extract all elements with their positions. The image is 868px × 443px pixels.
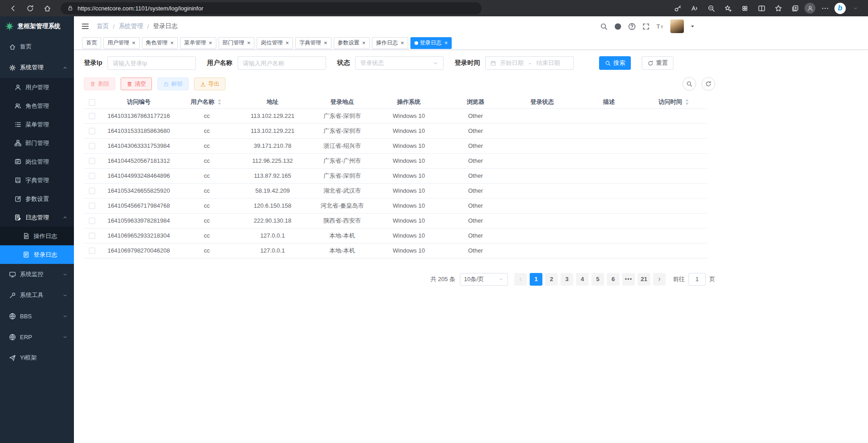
sidebar-item-user[interactable]: 用户管理 bbox=[0, 78, 74, 97]
page-button-21[interactable]: 21 bbox=[638, 273, 650, 286]
read-aloud-icon[interactable] bbox=[687, 2, 702, 15]
split-screen-icon[interactable] bbox=[754, 2, 769, 15]
sidebar-item-system[interactable]: 系统管理 bbox=[0, 57, 74, 78]
table-row[interactable]: 1641043063331753984cc39.171.210.78浙江省-绍兴… bbox=[84, 138, 707, 153]
sidebar-item-dept[interactable]: 部门管理 bbox=[0, 134, 74, 152]
tab-user[interactable]: 用户管理× bbox=[103, 37, 140, 49]
tab-param[interactable]: 参数设置× bbox=[334, 37, 370, 49]
browser-profile-avatar[interactable] bbox=[805, 3, 815, 14]
copilot-icon[interactable]: b bbox=[834, 3, 846, 14]
table-row[interactable]: 1641044520567181312cc112.96.225.132广东省-广… bbox=[84, 153, 707, 168]
sidebar-item-role[interactable]: 角色管理 bbox=[0, 97, 74, 115]
favorites-icon[interactable] bbox=[771, 2, 785, 15]
col-header-time[interactable]: 访问时间 bbox=[642, 96, 707, 108]
collapse-sidebar-icon[interactable] bbox=[80, 21, 90, 31]
sidebar-item-home[interactable]: 首页 bbox=[0, 36, 74, 57]
row-checkbox[interactable] bbox=[89, 173, 95, 179]
next-page-button[interactable] bbox=[653, 273, 666, 286]
close-icon[interactable]: × bbox=[285, 40, 289, 46]
close-icon[interactable]: × bbox=[324, 40, 327, 46]
fullscreen-icon[interactable] bbox=[642, 23, 650, 30]
breadcrumb-item[interactable]: 首页 bbox=[97, 22, 109, 30]
sidebar-item-menu[interactable]: 菜单管理 bbox=[0, 115, 74, 134]
row-checkbox[interactable] bbox=[89, 233, 95, 239]
page-button-1[interactable]: 1 bbox=[530, 273, 542, 286]
help-icon[interactable] bbox=[628, 23, 636, 30]
tab-home[interactable]: 首页 bbox=[82, 37, 101, 49]
page-size-select[interactable]: 10条/页 bbox=[460, 273, 508, 286]
close-icon[interactable]: × bbox=[400, 40, 404, 46]
export-button[interactable]: 导出 bbox=[194, 78, 225, 90]
page-button-4[interactable]: 4 bbox=[576, 273, 589, 286]
table-row[interactable]: 1641031533185863680cc113.102.129.221广东省-… bbox=[84, 123, 707, 138]
row-checkbox[interactable] bbox=[89, 203, 95, 209]
browser-menu-icon[interactable] bbox=[818, 2, 832, 15]
reset-button[interactable]: 重置 bbox=[642, 56, 673, 70]
sidebar-item-log[interactable]: 日志管理 bbox=[0, 208, 74, 227]
page-button-6[interactable]: 6 bbox=[607, 273, 619, 286]
page-button-3[interactable]: 3 bbox=[561, 273, 573, 286]
close-icon[interactable]: × bbox=[132, 40, 136, 46]
close-icon[interactable]: × bbox=[171, 40, 174, 46]
jump-input[interactable] bbox=[688, 273, 706, 286]
row-checkbox[interactable] bbox=[89, 188, 95, 194]
row-checkbox[interactable] bbox=[89, 218, 95, 224]
app-logo[interactable]: 意框架管理系统 bbox=[0, 16, 74, 36]
table-row[interactable]: 1641044993248464896cc113.87.92.165广东省-深圳… bbox=[84, 168, 707, 183]
collections-icon[interactable] bbox=[788, 2, 802, 15]
site-info-icon[interactable] bbox=[67, 5, 73, 11]
browser-essentials-icon[interactable] bbox=[737, 2, 752, 15]
font-size-icon[interactable]: TT bbox=[656, 23, 664, 30]
username-input[interactable] bbox=[238, 56, 326, 70]
row-checkbox[interactable] bbox=[89, 128, 95, 134]
tab-loginlog[interactable]: 登录日志× bbox=[410, 37, 452, 49]
user-avatar[interactable] bbox=[670, 19, 684, 33]
table-row[interactable]: 1641031367863177216cc113.102.129.221广东省-… bbox=[84, 108, 707, 123]
add-favorite-icon[interactable] bbox=[721, 2, 735, 15]
select-all-checkbox[interactable] bbox=[89, 99, 95, 106]
tab-menu[interactable]: 菜单管理× bbox=[180, 37, 216, 49]
close-icon[interactable]: × bbox=[209, 40, 212, 46]
sidebar-item-yi[interactable]: Yi框架 bbox=[0, 347, 74, 368]
github-icon[interactable] bbox=[614, 23, 622, 30]
breadcrumb-item[interactable]: 系统管理 bbox=[119, 22, 143, 30]
browser-refresh-icon[interactable] bbox=[23, 2, 37, 15]
search-button[interactable]: 搜索 bbox=[599, 56, 631, 70]
browser-home-icon[interactable] bbox=[40, 2, 54, 15]
table-row[interactable]: 1641053426655825920cc58.19.42.209湖北省-武汉市… bbox=[84, 183, 707, 198]
delete-button[interactable]: 删除 bbox=[84, 78, 115, 90]
page-button-5[interactable]: 5 bbox=[591, 273, 604, 286]
unlock-button[interactable]: 解锁 bbox=[157, 78, 189, 90]
tab-role[interactable]: 角色管理× bbox=[142, 37, 178, 49]
sidebar-item-param[interactable]: 参数设置 bbox=[0, 190, 74, 208]
page-ellipsis[interactable]: ••• bbox=[622, 273, 635, 286]
copilot-caret-icon[interactable] bbox=[848, 2, 863, 15]
row-checkbox[interactable] bbox=[89, 248, 95, 254]
avatar-caret-icon[interactable] bbox=[690, 24, 695, 29]
table-row[interactable]: 1641059633978281984cc222.90.130.18陕西省-西安… bbox=[84, 213, 707, 228]
col-header-user[interactable]: 用户名称 bbox=[177, 96, 236, 108]
sidebar-item-dict[interactable]: 字典管理 bbox=[0, 171, 74, 190]
sidebar-item-bbs[interactable]: BBS bbox=[0, 306, 74, 326]
table-row[interactable]: 1641069798270046208cc127.0.0.1本地-本机Windo… bbox=[84, 243, 707, 258]
status-select[interactable]: 登录状态 bbox=[355, 56, 444, 70]
tab-dept[interactable]: 部门管理× bbox=[219, 37, 255, 49]
table-row[interactable]: 1641069652933218304cc127.0.0.1本地-本机Windo… bbox=[84, 228, 707, 243]
sidebar-item-operlog[interactable]: 操作日志 bbox=[0, 227, 74, 245]
toggle-search-button[interactable] bbox=[683, 77, 696, 91]
sidebar-item-post[interactable]: 岗位管理 bbox=[0, 152, 74, 171]
password-icon[interactable] bbox=[670, 2, 685, 15]
sidebar-item-tools[interactable]: 系统工具 bbox=[0, 285, 74, 306]
browser-back-icon[interactable] bbox=[5, 2, 20, 15]
header-search-icon[interactable] bbox=[600, 23, 608, 30]
address-bar[interactable]: https://ccnetcore.com:1101/system/log/lo… bbox=[61, 2, 482, 15]
date-range-picker[interactable]: 开始日期 - 结束日期 bbox=[485, 56, 574, 70]
zoom-icon[interactable] bbox=[704, 2, 718, 15]
prev-page-button[interactable] bbox=[514, 273, 527, 286]
refresh-table-button[interactable] bbox=[702, 77, 715, 91]
row-checkbox[interactable] bbox=[89, 158, 95, 164]
sidebar-item-loginlog[interactable]: 登录日志 bbox=[0, 245, 74, 264]
tab-post[interactable]: 岗位管理× bbox=[257, 37, 293, 49]
close-icon[interactable]: × bbox=[444, 40, 448, 46]
sidebar-item-erp[interactable]: ERP bbox=[0, 326, 74, 347]
